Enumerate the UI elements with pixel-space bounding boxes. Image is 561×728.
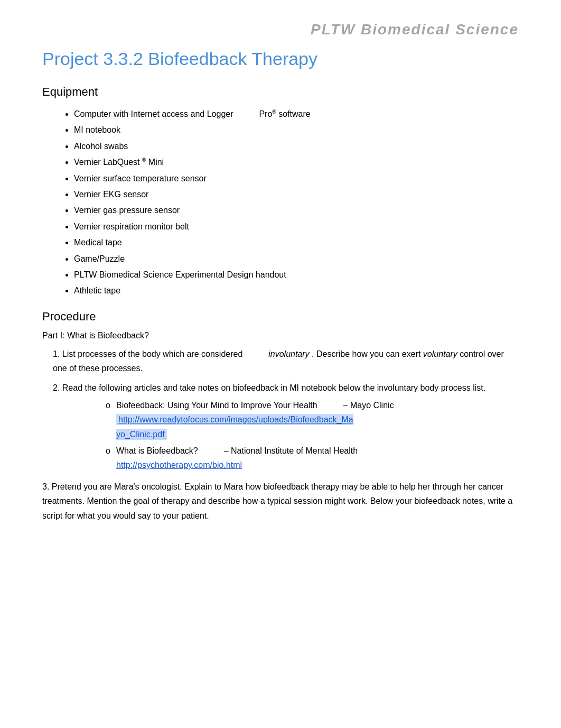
sub-item-mayo: Biofeedback: Using Your Mind to Improve …: [106, 398, 519, 441]
equipment-item-1: Computer with Internet access and Logger…: [74, 106, 519, 122]
equipment-item-10: Game/Puzzle: [74, 251, 519, 267]
registered-mark-1: ®: [272, 109, 276, 115]
header-logo-area: PLTW Biomedical Science: [42, 21, 519, 38]
page-title: Project 3.3.2 Biofeedback Therapy: [42, 49, 519, 69]
equipment-item-7-text: Vernier gas pressure sensor: [74, 206, 180, 215]
equipment-item-6: Vernier EKG sensor: [74, 187, 519, 202]
sub-item-nimh-dash: – National Institute of Mental Health: [224, 446, 358, 455]
registered-mark-2: ® Mini: [142, 158, 164, 167]
equipment-item-11-text: PLTW Biomedical Science Experimental Des…: [74, 270, 286, 279]
procedure-heading: Procedure: [42, 310, 519, 324]
equipment-item-4-text1: Vernier LabQuest: [74, 158, 140, 167]
item-1-em1: involuntary: [268, 349, 309, 358]
equipment-item-1-pro: Pro® software: [259, 109, 310, 118]
procedure-item-2: 2. Read the following articles and take …: [53, 381, 519, 472]
item-1-number: 1. List processes of the body which are …: [53, 349, 242, 358]
sub-articles-list: Biofeedback: Using Your Mind to Improve …: [106, 398, 519, 472]
item-1-em2: voluntary: [423, 349, 457, 358]
part1-label: Part I: What is Biofeedback?: [42, 331, 519, 340]
equipment-heading: Equipment: [42, 85, 519, 99]
equipment-item-8: Vernier respiration monitor belt: [74, 219, 519, 235]
equipment-item-9-text: Medical tape: [74, 238, 122, 247]
sub-item-mayo-label: Biofeedback: Using Your Mind to Improve …: [116, 401, 317, 410]
equipment-item-3: Alcohol swabs: [74, 139, 519, 154]
spacer3: [320, 398, 341, 412]
item-1-text2: . Describe how you can exert: [312, 349, 423, 358]
nimh-link[interactable]: http://psychotherapy.com/bio.html: [116, 460, 242, 469]
mayo-clinic-link[interactable]: http://www.readytofocus.com/images/uploa…: [116, 415, 353, 438]
equipment-item-9: Medical tape: [74, 235, 519, 251]
procedure-item-3: 3. Pretend you are Mara's oncologist. Ex…: [42, 480, 519, 523]
spacer: [236, 106, 257, 122]
equipment-item-3-text: Alcohol swabs: [74, 142, 128, 151]
sub-item-nimh: What is Biofeedback? – National Institut…: [106, 444, 519, 472]
sub-item-mayo-link-box: http://www.readytofocus.com/images/uploa…: [116, 414, 353, 439]
procedure-section: Procedure Part I: What is Biofeedback? 1…: [42, 310, 519, 523]
sub-item-mayo-dash: – Mayo Clinic: [343, 401, 394, 410]
equipment-item-6-text: Vernier EKG sensor: [74, 190, 148, 199]
procedure-list: 1. List processes of the body which are …: [53, 347, 519, 473]
spacer4: [200, 444, 221, 458]
equipment-list: Computer with Internet access and Logger…: [74, 106, 519, 299]
equipment-item-5: Vernier surface temperature sensor: [74, 171, 519, 187]
item-2-text: 2. Read the following articles and take …: [53, 383, 485, 392]
equipment-item-2: MI notebook: [74, 122, 519, 138]
equipment-item-11: PLTW Biomedical Science Experimental Des…: [74, 267, 519, 283]
equipment-item-12-text: Athletic tape: [74, 286, 120, 295]
equipment-item-2-text: MI notebook: [74, 125, 120, 134]
item-3-text: 3. Pretend you are Mara's oncologist. Ex…: [42, 482, 512, 520]
equipment-item-5-text: Vernier surface temperature sensor: [74, 174, 207, 183]
spacer2: [245, 347, 266, 361]
equipment-item-4: Vernier LabQuest ® Mini: [74, 154, 519, 170]
procedure-item-1: 1. List processes of the body which are …: [53, 347, 519, 375]
equipment-item-12: Athletic tape: [74, 283, 519, 299]
equipment-item-8-text: Vernier respiration monitor belt: [74, 222, 189, 231]
equipment-item-1-text1: Computer with Internet access and Logger: [74, 109, 233, 118]
pltw-logo: PLTW Biomedical Science: [311, 21, 519, 38]
equipment-item-10-text: Game/Puzzle: [74, 254, 125, 263]
sub-item-nimh-label: What is Biofeedback?: [116, 446, 198, 455]
equipment-item-7: Vernier gas pressure sensor: [74, 202, 519, 218]
